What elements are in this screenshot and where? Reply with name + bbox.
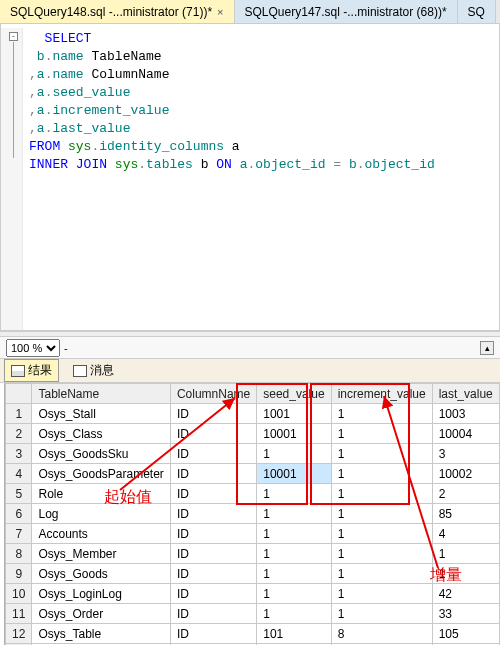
results-grid[interactable]: TableName ColumnName seed_value incremen… — [5, 383, 500, 645]
data-cell[interactable]: ID — [170, 564, 256, 584]
grid-header-columnname[interactable]: ColumnName — [170, 384, 256, 404]
data-cell[interactable]: 101 — [257, 624, 331, 644]
data-cell[interactable]: 10002 — [432, 464, 499, 484]
data-cell[interactable]: 1 — [331, 564, 432, 584]
data-cell[interactable]: ID — [170, 424, 256, 444]
row-number-cell[interactable]: 7 — [6, 524, 32, 544]
data-cell[interactable]: Osys_Class — [32, 424, 170, 444]
messages-tab[interactable]: 消息 — [67, 360, 120, 381]
table-row[interactable]: 7AccountsID114 — [6, 524, 500, 544]
row-number-cell[interactable]: 9 — [6, 564, 32, 584]
data-cell[interactable]: Log — [32, 504, 170, 524]
row-number-cell[interactable]: 11 — [6, 604, 32, 624]
zoom-select[interactable]: 100 % — [6, 339, 60, 357]
close-icon[interactable]: × — [217, 6, 223, 18]
data-cell[interactable]: 1 — [257, 564, 331, 584]
data-cell[interactable]: 1 — [331, 484, 432, 504]
grid-header-corner[interactable] — [6, 384, 32, 404]
data-cell[interactable]: 4 — [432, 524, 499, 544]
data-cell[interactable]: 1 — [432, 544, 499, 564]
table-row[interactable]: 11Osys_OrderID1133 — [6, 604, 500, 624]
scroll-up-icon[interactable]: ▴ — [480, 341, 494, 355]
row-number-cell[interactable]: 3 — [6, 444, 32, 464]
data-cell[interactable]: 1 — [257, 444, 331, 464]
data-cell[interactable]: 1 — [331, 604, 432, 624]
row-number-cell[interactable]: 5 — [6, 484, 32, 504]
data-cell[interactable]: ID — [170, 624, 256, 644]
data-cell[interactable]: ID — [170, 604, 256, 624]
data-cell[interactable]: 1 — [331, 464, 432, 484]
data-cell[interactable]: 105 — [432, 624, 499, 644]
table-row[interactable]: 8Osys_MemberID111 — [6, 544, 500, 564]
data-cell[interactable]: ID — [170, 544, 256, 564]
results-tab[interactable]: 结果 — [4, 359, 59, 382]
editor-tab-partial[interactable]: SQ — [458, 0, 496, 23]
table-row[interactable]: 9Osys_GoodsID111 — [6, 564, 500, 584]
data-cell[interactable]: 2 — [432, 484, 499, 504]
grid-header-lastvalue[interactable]: last_value — [432, 384, 499, 404]
grid-header-incrementvalue[interactable]: increment_value — [331, 384, 432, 404]
editor-tab[interactable]: SQLQuery147.sql -...ministrator (68))* — [235, 0, 458, 23]
data-cell[interactable]: 1001 — [257, 404, 331, 424]
row-number-cell[interactable]: 4 — [6, 464, 32, 484]
data-cell[interactable]: 1 — [257, 584, 331, 604]
grid-header-seedvalue[interactable]: seed_value — [257, 384, 331, 404]
grid-header-tablename[interactable]: TableName — [32, 384, 170, 404]
table-row[interactable]: 3Osys_GoodsSkuID113 — [6, 444, 500, 464]
data-cell[interactable]: ID — [170, 464, 256, 484]
data-cell[interactable]: ID — [170, 484, 256, 504]
row-number-cell[interactable]: 1 — [6, 404, 32, 424]
data-cell[interactable]: Osys_GoodsParameter — [32, 464, 170, 484]
data-cell[interactable]: 10001 — [257, 464, 331, 484]
fold-toggle-icon[interactable]: - — [9, 32, 18, 41]
data-cell[interactable]: Osys_Goods — [32, 564, 170, 584]
data-cell[interactable]: Osys_Member — [32, 544, 170, 564]
data-cell[interactable]: 8 — [331, 624, 432, 644]
table-row[interactable]: 4Osys_GoodsParameterID10001110002 — [6, 464, 500, 484]
data-cell[interactable]: 1003 — [432, 404, 499, 424]
data-cell[interactable]: 42 — [432, 584, 499, 604]
data-cell[interactable]: 1 — [331, 524, 432, 544]
data-cell[interactable]: ID — [170, 404, 256, 424]
data-cell[interactable]: Accounts — [32, 524, 170, 544]
data-cell[interactable]: 10004 — [432, 424, 499, 444]
row-number-cell[interactable]: 12 — [6, 624, 32, 644]
editor-tab-active[interactable]: SQLQuery148.sql -...ministrator (71))* × — [0, 0, 235, 23]
table-row[interactable]: 6LogID1185 — [6, 504, 500, 524]
data-cell[interactable]: Osys_Table — [32, 624, 170, 644]
row-number-cell[interactable]: 8 — [6, 544, 32, 564]
data-cell[interactable]: 85 — [432, 504, 499, 524]
data-cell[interactable]: 1 — [331, 584, 432, 604]
data-cell[interactable]: 10001 — [257, 424, 331, 444]
data-cell[interactable]: Osys_Order — [32, 604, 170, 624]
table-row[interactable]: 10Osys_LoginLogID1142 — [6, 584, 500, 604]
table-row[interactable]: 5RoleID112 — [6, 484, 500, 504]
data-cell[interactable]: ID — [170, 584, 256, 604]
table-row[interactable]: 1Osys_StallID100111003 — [6, 404, 500, 424]
table-row[interactable]: 2Osys_ClassID10001110004 — [6, 424, 500, 444]
data-cell[interactable]: 1 — [257, 524, 331, 544]
data-cell[interactable]: 3 — [432, 444, 499, 464]
data-cell[interactable]: 1 — [331, 504, 432, 524]
data-cell[interactable]: ID — [170, 524, 256, 544]
row-number-cell[interactable]: 6 — [6, 504, 32, 524]
sql-editor[interactable]: --SELECT b.name TableName ,a.name Column… — [23, 28, 499, 330]
data-cell[interactable]: 1 — [257, 544, 331, 564]
data-cell[interactable]: ID — [170, 504, 256, 524]
data-cell[interactable]: 1 — [257, 604, 331, 624]
data-cell[interactable]: 1 — [257, 504, 331, 524]
data-cell[interactable]: Osys_GoodsSku — [32, 444, 170, 464]
data-cell[interactable]: 1 — [331, 404, 432, 424]
data-cell[interactable]: Osys_Stall — [32, 404, 170, 424]
data-cell[interactable]: 1 — [331, 544, 432, 564]
data-cell[interactable]: 1 — [257, 484, 331, 504]
data-cell[interactable]: 1 — [432, 564, 499, 584]
data-cell[interactable]: 1 — [331, 444, 432, 464]
row-number-cell[interactable]: 10 — [6, 584, 32, 604]
row-number-cell[interactable]: 2 — [6, 424, 32, 444]
data-cell[interactable]: Osys_LoginLog — [32, 584, 170, 604]
data-cell[interactable]: 33 — [432, 604, 499, 624]
code-fold-gutter[interactable]: - — [1, 28, 23, 330]
data-cell[interactable]: 1 — [331, 424, 432, 444]
table-row[interactable]: 12Osys_TableID1018105 — [6, 624, 500, 644]
